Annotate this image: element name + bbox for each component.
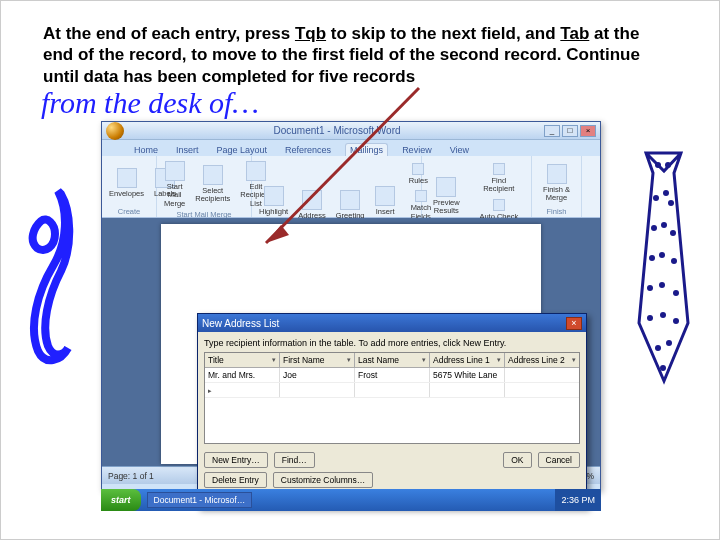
maximize-button[interactable]: □ [562, 125, 578, 137]
cancel-button[interactable]: Cancel [538, 452, 580, 468]
desk-text: from the desk of… [41, 86, 259, 120]
word-title: Document1 - Microsoft Word [130, 125, 544, 136]
find-recipient-button[interactable]: Find Recipient [474, 161, 524, 196]
document-area: New Address List × Type recipient inform… [102, 218, 600, 466]
svg-point-12 [659, 282, 665, 288]
key-tab-1: Tqb [295, 24, 326, 43]
delete-entry-button[interactable]: Delete Entry [204, 472, 267, 488]
col-title[interactable]: Title▾ [205, 353, 280, 367]
svg-point-2 [653, 195, 659, 201]
svg-point-0 [655, 162, 661, 168]
select-recipients-button[interactable]: Select Recipients [192, 159, 233, 210]
table-row-new[interactable] [205, 383, 579, 398]
svg-point-8 [649, 255, 655, 261]
svg-point-10 [671, 258, 677, 264]
col-first-name[interactable]: First Name▾ [280, 353, 355, 367]
cell-first[interactable]: Joe [280, 368, 355, 382]
svg-point-15 [660, 312, 666, 318]
find-button[interactable]: Find… [274, 452, 315, 468]
status-page: Page: 1 of 1 [108, 471, 154, 481]
key-tab-2: Tab [560, 24, 589, 43]
tab-insert[interactable]: Insert [172, 144, 203, 156]
svg-point-1 [665, 162, 671, 168]
group-finish-label: Finish [536, 207, 577, 216]
cell-title[interactable]: Mr. and Mrs. [205, 368, 280, 382]
svg-point-9 [659, 252, 665, 258]
col-address2[interactable]: Address Line 2▾ [505, 353, 579, 367]
dialog-instruction: Type recipient information in the table.… [204, 338, 580, 348]
dialog-title: New Address List [202, 318, 279, 329]
svg-point-14 [647, 315, 653, 321]
svg-point-3 [663, 190, 669, 196]
office-button[interactable] [106, 122, 124, 140]
system-tray[interactable]: 2:36 PM [555, 489, 601, 511]
decorative-tie [616, 143, 711, 393]
ribbon-tabs: Home Insert Page Layout References Maili… [102, 140, 600, 156]
start-button[interactable]: start [101, 489, 141, 511]
customize-columns-button[interactable]: Customize Columns… [273, 472, 374, 488]
svg-point-7 [670, 230, 676, 236]
col-last-name[interactable]: Last Name▾ [355, 353, 430, 367]
tab-page-layout[interactable]: Page Layout [213, 144, 272, 156]
instruction-text: At the end of each entry, press Tqb to s… [43, 23, 653, 87]
dialog-titlebar[interactable]: New Address List × [198, 314, 586, 332]
cell-addr2[interactable] [505, 368, 579, 382]
group-create-label: Create [106, 207, 152, 216]
svg-point-6 [661, 222, 667, 228]
finish-merge-button[interactable]: Finish & Merge [536, 159, 577, 207]
ok-button[interactable]: OK [503, 452, 531, 468]
col-address1[interactable]: Address Line 1▾ [430, 353, 505, 367]
tab-mailings[interactable]: Mailings [345, 143, 388, 156]
svg-point-19 [660, 365, 666, 371]
ribbon: Envelopes Labels Create Start Mail Merge… [102, 156, 600, 218]
tab-references[interactable]: References [281, 144, 335, 156]
start-mail-merge-button[interactable]: Start Mail Merge [161, 159, 188, 210]
taskbar-item-word[interactable]: Document1 - Microsof… [147, 492, 253, 508]
close-button[interactable]: × [580, 125, 596, 137]
svg-point-16 [673, 318, 679, 324]
minimize-button[interactable]: _ [544, 125, 560, 137]
svg-point-18 [666, 340, 672, 346]
svg-point-13 [673, 290, 679, 296]
envelopes-button[interactable]: Envelopes [106, 159, 147, 207]
word-window: Document1 - Microsoft Word _ □ × Home In… [101, 121, 601, 491]
tray-time: 2:36 PM [561, 495, 595, 505]
tab-review[interactable]: Review [398, 144, 436, 156]
svg-point-11 [647, 285, 653, 291]
dialog-close-button[interactable]: × [566, 317, 582, 330]
windows-taskbar: start Document1 - Microsof… 2:36 PM [101, 489, 601, 511]
new-entry-button[interactable]: New Entry… [204, 452, 268, 468]
word-titlebar[interactable]: Document1 - Microsoft Word _ □ × [102, 122, 600, 140]
cell-last[interactable]: Frost [355, 368, 430, 382]
tab-view[interactable]: View [446, 144, 473, 156]
new-address-list-dialog: New Address List × Type recipient inform… [197, 313, 587, 508]
svg-point-17 [655, 345, 661, 351]
svg-point-4 [668, 200, 674, 206]
tab-home[interactable]: Home [130, 144, 162, 156]
table-row[interactable]: Mr. and Mrs. Joe Frost 5675 White Lane [205, 368, 579, 383]
svg-point-5 [651, 225, 657, 231]
recipient-table[interactable]: Title▾ First Name▾ Last Name▾ Address Li… [204, 352, 580, 444]
cell-addr1[interactable]: 5675 White Lane [430, 368, 505, 382]
decorative-letter-l [13, 186, 83, 366]
